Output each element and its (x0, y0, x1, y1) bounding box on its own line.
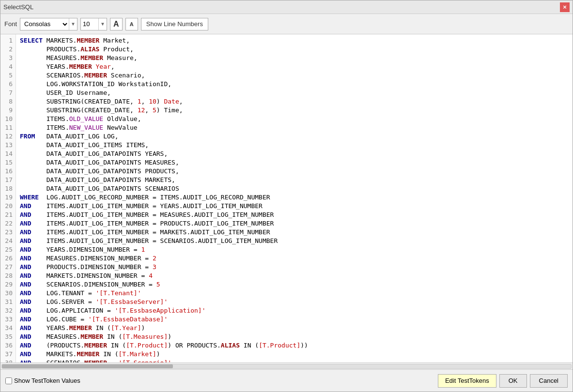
table-row: ITEMS.OLD_VALUE OldValue, (20, 115, 569, 123)
table-row: ITEMS.NEW_VALUE NewValue (20, 123, 569, 132)
table-row: AND YEARS.DIMENSION_NUMBER = 1 (20, 245, 569, 254)
table-row: SUBSTRING(CREATED_DATE, 12, 5) Time, (20, 106, 569, 115)
table-row: AND LOG.CUBE = '[T.EssbaseDatabase]' (20, 315, 569, 324)
font-dropdown-arrow: ▼ (69, 18, 77, 30)
table-row: SUBSTRING(CREATED_DATE, 1, 10) Date, (20, 97, 569, 106)
table-row: AND (PRODUCTS.MEMBER IN ([T.Product]) OR… (20, 341, 569, 350)
table-row: DATA_AUDIT_LOG_DATAPOINTS MEASURES, (20, 158, 569, 167)
table-row: AND ITEMS.AUDIT_LOG_ITEM_NUMBER = MARKET… (20, 228, 569, 237)
edit-testtokens-button[interactable]: Edit TestTokens (438, 374, 496, 388)
font-label: Font (4, 20, 17, 28)
scrollbar-thumb[interactable] (2, 364, 173, 368)
table-row: AND SCENARIOS.DIMENSION_NUMBER = 5 (20, 280, 569, 289)
scrollbar-track[interactable] (1, 364, 572, 369)
table-row: AND ITEMS.AUDIT_LOG_ITEM_NUMBER = PRODUC… (20, 219, 569, 228)
show-testtoken-wrapper: Show TestToken Values (5, 377, 80, 384)
title-bar: SelectSQL × (0, 0, 573, 14)
table-row: AND MEASURES.DIMENSION_NUMBER = 2 (20, 254, 569, 263)
table-row: YEARS.MEMBER Year, (20, 62, 569, 71)
table-row: AND LOG.TENANT = '[T.Tenant]' (20, 289, 569, 298)
table-row: LOG.WORKSTATION_ID WorkstationID, (20, 80, 569, 89)
toolbar: Font Consolas ▼ 10 ▼ A A Show Line Numbe… (0, 14, 573, 34)
table-row: AND ITEMS.AUDIT_LOG_ITEM_NUMBER = MEASUR… (20, 211, 569, 219)
editor-area: 1234567891011121314151617181920212223242… (0, 34, 573, 362)
table-row: FROM DATA_AUDIT_LOG LOG, (20, 132, 569, 141)
show-testtoken-checkbox[interactable] (5, 377, 12, 384)
horizontal-scrollbar[interactable] (0, 362, 573, 369)
size-select-wrapper: 10 ▼ (80, 18, 107, 30)
table-row: AND ITEMS.AUDIT_LOG_ITEM_NUMBER = SCENAR… (20, 237, 569, 245)
table-row: WHERE LOG.AUDIT_LOG_RECORD_NUMBER = ITEM… (20, 193, 569, 202)
table-row: AND ITEMS.AUDIT_LOG_ITEM_NUMBER = YEARS.… (20, 202, 569, 211)
table-row: DATA_AUDIT_LOG_DATAPOINTS YEARS, (20, 150, 569, 158)
size-dropdown-arrow: ▼ (98, 18, 107, 30)
table-row: AND MARKETS.MEMBER IN ([T.Market]) (20, 350, 569, 359)
table-row: SELECT MARKETS.MEMBER Market, (20, 36, 569, 45)
bottom-left: Show TestToken Values (5, 377, 80, 384)
cancel-button[interactable]: Cancel (530, 374, 568, 388)
table-row: AND MARKETS.DIMENSION_NUMBER = 4 (20, 271, 569, 280)
bottom-right: Edit TestTokens OK Cancel (438, 374, 568, 388)
table-row: AND LOG.SERVER = '[T.EssbaseServer]' (20, 298, 569, 306)
code-editor[interactable]: SELECT MARKETS.MEMBER Market, PRODUCTS.A… (16, 34, 573, 362)
close-button[interactable]: × (560, 2, 570, 12)
table-row: AND YEARS.MEMBER IN ([T.Year]) (20, 324, 569, 332)
increase-font-button[interactable]: A (110, 18, 123, 30)
font-select-wrapper: Consolas ▼ (20, 18, 77, 30)
table-row: AND MEASURES.MEMBER IN ([T.Measures]) (20, 332, 569, 341)
main-window: SelectSQL × Font Consolas ▼ 10 ▼ A A Sho… (0, 0, 573, 392)
show-line-numbers-button[interactable]: Show Line Numbers (141, 18, 208, 30)
ok-button[interactable]: OK (499, 374, 527, 388)
table-row: AND PRODUCTS.DIMENSION_NUMBER = 3 (20, 263, 569, 271)
table-row: DATA_AUDIT_LOG_DATAPOINTS PRODUCTS, (20, 167, 569, 176)
table-row: DATA_AUDIT_LOG_DATAPOINTS MARKETS, (20, 176, 569, 184)
bottom-bar: Show TestToken Values Edit TestTokens OK… (0, 369, 573, 392)
table-row: USER_ID Username, (20, 89, 569, 97)
font-select[interactable]: Consolas (20, 18, 69, 30)
table-row: DATA_AUDIT_LOG_DATAPOINTS SCENARIOS (20, 184, 569, 193)
table-row: AND LOG.APPLICATION = '[T.EssbaseApplica… (20, 306, 569, 315)
table-row: DATA_AUDIT_LOG_ITEMS ITEMS, (20, 141, 569, 150)
table-row: PRODUCTS.ALIAS Product, (20, 45, 569, 54)
table-row: SCENARIOS.MEMBER Scenario, (20, 71, 569, 80)
font-size-input[interactable]: 10 (81, 18, 98, 30)
show-testtoken-label: Show TestToken Values (14, 377, 80, 384)
line-numbers-panel: 1234567891011121314151617181920212223242… (0, 34, 16, 362)
table-row: MEASURES.MEMBER Measure, (20, 54, 569, 62)
decrease-font-button[interactable]: A (125, 18, 138, 30)
window-title: SelectSQL (3, 3, 33, 11)
table-row: AND SCENARIOS.MEMBER = '[T.Scenario]' (20, 359, 569, 362)
